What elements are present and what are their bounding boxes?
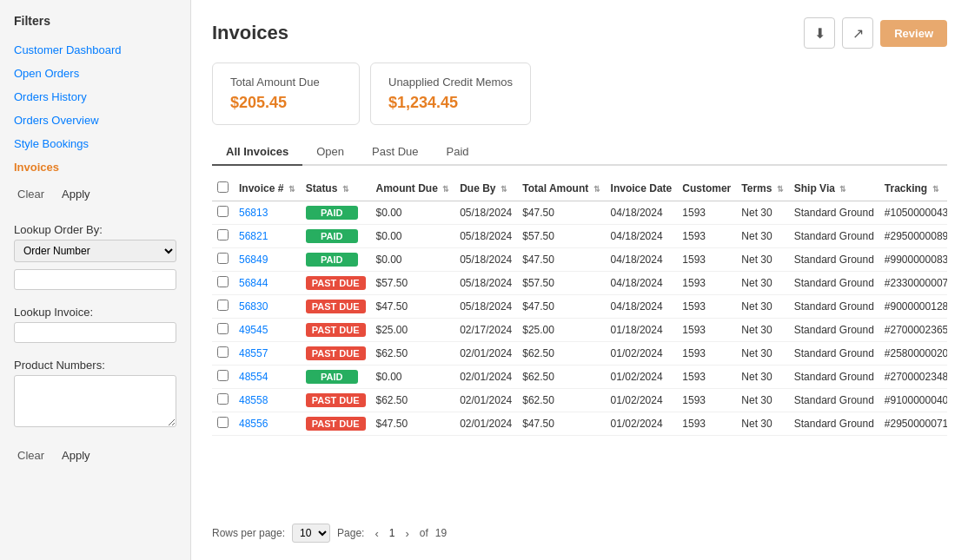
share-icon: ↗ — [852, 25, 864, 42]
invoice-link[interactable]: 48554 — [239, 371, 268, 383]
top-clear-button[interactable]: Clear — [14, 186, 48, 202]
bottom-filter-actions: Clear Apply — [0, 440, 190, 471]
select-all-checkbox[interactable] — [217, 181, 229, 193]
bottom-clear-button[interactable]: Clear — [14, 447, 48, 464]
amount-due-cell: $57.50 — [371, 272, 455, 295]
ship-via-cell: Standard Ground — [789, 225, 879, 248]
total-amount-due-value: $205.45 — [230, 94, 341, 112]
col-invoice: Invoice # ⇅ — [234, 176, 301, 201]
amount-due-sort-icon[interactable]: ⇅ — [442, 185, 449, 194]
ship-via-cell: Standard Ground — [789, 272, 879, 295]
invoice-link[interactable]: 56821 — [239, 230, 268, 242]
tab-paid[interactable]: Paid — [433, 139, 483, 166]
terms-cell: Net 30 — [736, 342, 788, 366]
next-page-button[interactable]: › — [401, 527, 412, 540]
prev-page-button[interactable]: ‹ — [371, 527, 381, 540]
lookup-invoice-section: Lookup Invoice: — [0, 306, 190, 352]
row-checkbox[interactable] — [217, 417, 229, 428]
tracking-cell: #10500000437 — [879, 201, 947, 225]
product-numbers-input[interactable] — [14, 375, 176, 427]
amount-due-cell: $25.00 — [371, 319, 455, 342]
sidebar-item-invoices[interactable]: Invoices — [0, 155, 190, 179]
of-label: of — [420, 527, 428, 539]
row-checkbox[interactable] — [217, 346, 229, 358]
due-by-cell: 05/18/2024 — [454, 248, 517, 272]
rows-per-page-select[interactable]: 10 25 50 — [292, 524, 330, 543]
summary-cards: Total Amount Due $205.45 Unapplied Credi… — [212, 63, 947, 125]
terms-cell: Net 30 — [736, 295, 788, 319]
invoice-link[interactable]: 56813 — [239, 207, 268, 219]
terms-cell: Net 30 — [736, 248, 788, 272]
invoice-link[interactable]: 48557 — [239, 347, 268, 359]
row-checkbox[interactable] — [217, 393, 229, 405]
tracking-sort-icon[interactable]: ⇅ — [932, 185, 939, 194]
table-row: 56830 PAST DUE $47.50 05/18/2024 $47.50 … — [212, 295, 947, 319]
invoice-link[interactable]: 48556 — [239, 418, 268, 430]
row-checkbox[interactable] — [217, 300, 229, 311]
tracking-cell: #9900000083 — [879, 248, 947, 272]
ship-via-cell: Standard Ground — [789, 342, 879, 366]
row-checkbox[interactable] — [217, 370, 229, 381]
top-apply-button[interactable]: Apply — [58, 186, 94, 202]
due-by-cell: 02/01/2024 — [454, 412, 517, 436]
status-badge: PAST DUE — [306, 300, 366, 313]
customer-cell: 1593 — [677, 272, 736, 295]
table-row: 48557 PAST DUE $62.50 02/01/2024 $62.50 … — [212, 342, 947, 366]
ship-via-sort-icon[interactable]: ⇅ — [839, 185, 846, 194]
status-badge: PAST DUE — [306, 323, 366, 337]
col-ship-via: Ship Via ⇅ — [789, 176, 879, 201]
bottom-apply-button[interactable]: Apply — [58, 447, 94, 464]
invoice-date-cell: 01/02/2024 — [606, 342, 678, 366]
tab-open[interactable]: Open — [302, 139, 358, 166]
download-button[interactable]: ⬇ — [804, 17, 835, 49]
table-row: 49545 PAST DUE $25.00 02/17/2024 $25.00 … — [212, 319, 947, 342]
col-invoice-date: Invoice Date — [606, 176, 678, 201]
terms-cell: Net 30 — [736, 272, 788, 295]
sidebar-item-style-bookings[interactable]: Style Bookings — [0, 132, 190, 155]
due-by-sort-icon[interactable]: ⇅ — [501, 185, 507, 194]
customer-cell: 1593 — [677, 248, 736, 272]
order-lookup-select[interactable]: Order Number — [14, 240, 176, 262]
sidebar-item-orders-overview[interactable]: Orders Overview — [0, 109, 190, 132]
tab-past-due[interactable]: Past Due — [358, 139, 432, 166]
invoice-link[interactable]: 48558 — [239, 394, 268, 406]
current-page: 1 — [389, 527, 395, 539]
order-lookup-input[interactable] — [14, 269, 176, 290]
sidebar-item-customer-dashboard[interactable]: Customer Dashboard — [0, 38, 190, 62]
header-actions: ⬇ ↗ Review — [804, 17, 947, 49]
row-checkbox[interactable] — [217, 276, 229, 287]
unapplied-credit-title: Unapplied Credit Memos — [388, 76, 513, 89]
status-sort-icon[interactable]: ⇅ — [342, 185, 349, 194]
total-amount-cell: $62.50 — [517, 342, 605, 366]
terms-cell: Net 30 — [736, 412, 788, 436]
invoice-date-cell: 04/18/2024 — [606, 248, 678, 272]
tracking-cell: #23300000071 — [879, 272, 947, 295]
invoice-link[interactable]: 56844 — [239, 277, 268, 289]
sidebar-item-orders-history[interactable]: Orders History — [0, 85, 190, 109]
share-button[interactable]: ↗ — [842, 17, 873, 49]
sidebar-item-open-orders[interactable]: Open Orders — [0, 62, 190, 85]
status-badge: PAID — [306, 370, 358, 384]
review-button[interactable]: Review — [880, 20, 947, 47]
tracking-cell: #2700002365 — [879, 319, 947, 342]
tab-all-invoices[interactable]: All Invoices — [212, 139, 302, 166]
table-row: 56849 PAID $0.00 05/18/2024 $47.50 04/18… — [212, 248, 947, 272]
invoice-link[interactable]: 56830 — [239, 300, 268, 313]
customer-cell: 1593 — [677, 342, 736, 366]
row-checkbox[interactable] — [217, 253, 229, 264]
customer-cell: 1593 — [677, 295, 736, 319]
table-row: 56844 PAST DUE $57.50 05/18/2024 $57.50 … — [212, 272, 947, 295]
table-row: 48554 PAID $0.00 02/01/2024 $62.50 01/02… — [212, 366, 947, 389]
amount-due-cell: $62.50 — [371, 342, 455, 366]
row-checkbox[interactable] — [217, 323, 229, 334]
total-amount-sort-icon[interactable]: ⇅ — [593, 185, 600, 194]
invoice-sort-icon[interactable]: ⇅ — [288, 185, 295, 194]
row-checkbox[interactable] — [217, 229, 229, 240]
terms-sort-icon[interactable]: ⇅ — [777, 185, 784, 194]
invoice-link[interactable]: 49545 — [239, 324, 268, 336]
invoice-link[interactable]: 56849 — [239, 254, 268, 266]
product-numbers-section: Product Numbers: — [0, 359, 190, 437]
invoice-lookup-input[interactable] — [14, 322, 176, 343]
due-by-cell: 02/01/2024 — [454, 389, 517, 412]
row-checkbox[interactable] — [217, 206, 229, 217]
